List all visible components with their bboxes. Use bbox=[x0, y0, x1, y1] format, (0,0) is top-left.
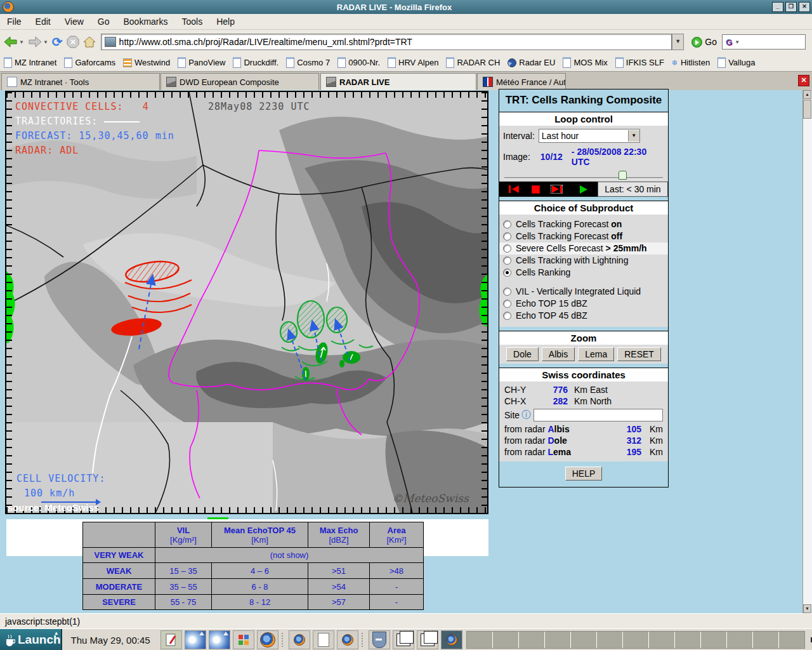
vertical-scrollbar[interactable]: ▲ ▼ bbox=[802, 90, 812, 613]
slider-handle[interactable] bbox=[619, 171, 627, 180]
tab-radar-live[interactable]: RADAR LIVE bbox=[320, 73, 476, 91]
radio-button[interactable] bbox=[503, 220, 511, 229]
url-bar[interactable]: http://www.otl.sma.ch/proj/Radar/LIVE/re… bbox=[101, 34, 672, 50]
menu-go[interactable]: Go bbox=[91, 17, 117, 27]
option-echo-top-15[interactable]: Echo TOP 15 dBZ bbox=[499, 298, 668, 310]
tab-mz-intranet[interactable]: MZ Intranet · Tools bbox=[1, 73, 160, 91]
stop-button[interactable] bbox=[532, 185, 540, 194]
chevron-down-icon[interactable]: ▼ bbox=[628, 130, 639, 142]
pager-cell[interactable] bbox=[779, 632, 804, 648]
menu-view[interactable]: View bbox=[58, 17, 91, 27]
flare-app-icon-1[interactable] bbox=[185, 630, 206, 649]
tab-dwd-composite[interactable]: DWD European Composite bbox=[160, 73, 319, 91]
launch-expand-icon[interactable]: ▲ bbox=[54, 630, 59, 636]
radio-button[interactable] bbox=[503, 256, 511, 265]
back-dropdown-icon[interactable]: ▼ bbox=[19, 39, 24, 45]
firefox-window-icon-2[interactable] bbox=[337, 630, 358, 649]
bookmark-cosmo7[interactable]: Cosmo 7 bbox=[282, 57, 334, 68]
scrollbar-thumb[interactable] bbox=[803, 100, 811, 119]
radio-button[interactable] bbox=[503, 312, 511, 320]
menu-bookmarks[interactable]: Bookmarks bbox=[116, 17, 174, 27]
pager-cell[interactable] bbox=[493, 632, 519, 648]
bookmark-gaforcams[interactable]: Gaforcams bbox=[60, 57, 119, 68]
url-text[interactable]: http://www.otl.sma.ch/proj/Radar/LIVE/re… bbox=[119, 37, 412, 47]
reload-button[interactable]: ⟳ bbox=[52, 34, 63, 50]
interval-select[interactable]: Last hour ▼ bbox=[539, 129, 640, 143]
firefox-dark-icon[interactable] bbox=[441, 630, 462, 649]
scroll-down-button[interactable]: ▼ bbox=[803, 604, 811, 613]
bookmark-valluga[interactable]: Valluga bbox=[714, 57, 759, 68]
launch-button[interactable]: Launch ▲ bbox=[0, 629, 62, 650]
firefox-app-icon[interactable] bbox=[257, 630, 278, 649]
go-button[interactable]: Go bbox=[691, 37, 717, 48]
pager-cell[interactable] bbox=[727, 632, 753, 648]
zoom-lema-button[interactable]: Lema bbox=[578, 347, 614, 361]
menu-file[interactable]: File bbox=[0, 17, 29, 27]
bookmark-hrv-alpen[interactable]: HRV Alpen bbox=[384, 57, 442, 68]
search-input[interactable]: G ▼ bbox=[722, 34, 806, 50]
home-button[interactable] bbox=[83, 36, 96, 48]
menu-tools[interactable]: Tools bbox=[175, 17, 210, 27]
option-cells-ranking[interactable]: Cells Ranking bbox=[499, 267, 668, 279]
tab-meteo-france[interactable]: Météo France / Automatic Monitor... bbox=[477, 73, 566, 91]
shield-icon[interactable] bbox=[369, 630, 390, 649]
back-button[interactable]: ▼ bbox=[4, 36, 24, 48]
stop-button[interactable]: ✕ bbox=[67, 36, 79, 48]
pager-cell[interactable] bbox=[675, 632, 701, 648]
close-button[interactable]: ✕ bbox=[799, 2, 810, 12]
image-slider[interactable] bbox=[504, 171, 663, 179]
zoom-albis-button[interactable]: Albis bbox=[542, 347, 575, 361]
maximize-button[interactable]: ❐ bbox=[785, 2, 797, 12]
forward-dropdown-icon[interactable]: ▼ bbox=[43, 39, 48, 45]
search-engine-dropdown[interactable]: ▼ bbox=[735, 39, 740, 45]
site-input[interactable] bbox=[534, 409, 663, 421]
zoom-reset-button[interactable]: RESET bbox=[617, 347, 661, 361]
bookmark-hitlisten[interactable]: ❄Hitlisten bbox=[668, 58, 714, 67]
radar-map[interactable]: CONVECTIVE CELLS: 4 TRAJECTORIES: FORECA… bbox=[5, 91, 488, 514]
pager-cell[interactable] bbox=[545, 632, 571, 648]
zoom-dole-button[interactable]: Dole bbox=[506, 347, 539, 361]
pager-cell[interactable] bbox=[571, 632, 597, 648]
help-button[interactable]: HELP bbox=[565, 467, 603, 481]
firefox-window-icon-1[interactable] bbox=[289, 630, 310, 649]
radio-button[interactable] bbox=[503, 232, 511, 241]
bookmark-panoview[interactable]: PanoView bbox=[174, 57, 229, 68]
bookmark-mz-intranet[interactable]: MZ Intranet bbox=[0, 57, 60, 68]
pager-cell[interactable] bbox=[649, 632, 675, 648]
option-echo-top-45[interactable]: Echo TOP 45 dBZ bbox=[499, 310, 668, 322]
option-vil[interactable]: VIL - Vertically Integrated Liquid bbox=[499, 286, 668, 298]
bookmark-druckdiff[interactable]: Druckdiff. bbox=[229, 57, 282, 68]
bookmark-ifkis-slf[interactable]: IFKIS SLF bbox=[612, 57, 668, 68]
forward-button[interactable]: ▼ bbox=[28, 36, 48, 48]
pager-cell[interactable] bbox=[519, 632, 545, 648]
bookmark-radar-eu[interactable]: Radar EU bbox=[504, 58, 559, 67]
url-history-dropdown[interactable]: ▼ bbox=[672, 34, 684, 50]
radio-button[interactable] bbox=[503, 288, 511, 296]
bookmark-radar-ch[interactable]: RADAR CH bbox=[442, 57, 504, 68]
bookmark-westwind[interactable]: Westwind bbox=[119, 58, 174, 67]
flare-app-icon-2[interactable] bbox=[209, 630, 230, 649]
windows-stack-icon-2[interactable] bbox=[417, 630, 438, 649]
menu-help[interactable]: Help bbox=[209, 17, 242, 27]
radio-button[interactable] bbox=[503, 300, 511, 308]
pager-cell[interactable] bbox=[701, 632, 727, 648]
scroll-up-button[interactable]: ▲ bbox=[803, 90, 811, 99]
pager-cell[interactable] bbox=[597, 632, 623, 648]
bookmark-0900nr[interactable]: 0900-Nr. bbox=[334, 57, 384, 68]
option-cells-tracking-lightning[interactable]: Cells Tracking with Lightning bbox=[499, 255, 668, 267]
option-severe-cells-forecast[interactable]: Severe Cells Forecast > 25mm/h bbox=[499, 242, 668, 255]
radio-button-selected[interactable] bbox=[503, 269, 511, 277]
option-cells-tracking-off[interactable]: Cells Tracking Forecast off bbox=[499, 230, 668, 242]
slider-track[interactable] bbox=[504, 177, 663, 178]
option-cells-tracking-on[interactable]: Cells Tracking Forecast on bbox=[499, 218, 668, 230]
info-icon[interactable]: ⓘ bbox=[521, 409, 530, 421]
document-window-icon[interactable] bbox=[313, 630, 334, 649]
minimize-button[interactable]: _ bbox=[772, 2, 783, 12]
pager-cell[interactable] bbox=[623, 632, 649, 648]
step-back-button[interactable] bbox=[509, 185, 520, 193]
volume-icon[interactable] bbox=[809, 632, 812, 648]
notes-app-icon[interactable] bbox=[160, 630, 182, 649]
windows-stack-icon-1[interactable] bbox=[393, 630, 414, 649]
menu-edit[interactable]: Edit bbox=[29, 17, 58, 27]
step-forward-button[interactable] bbox=[551, 185, 562, 193]
